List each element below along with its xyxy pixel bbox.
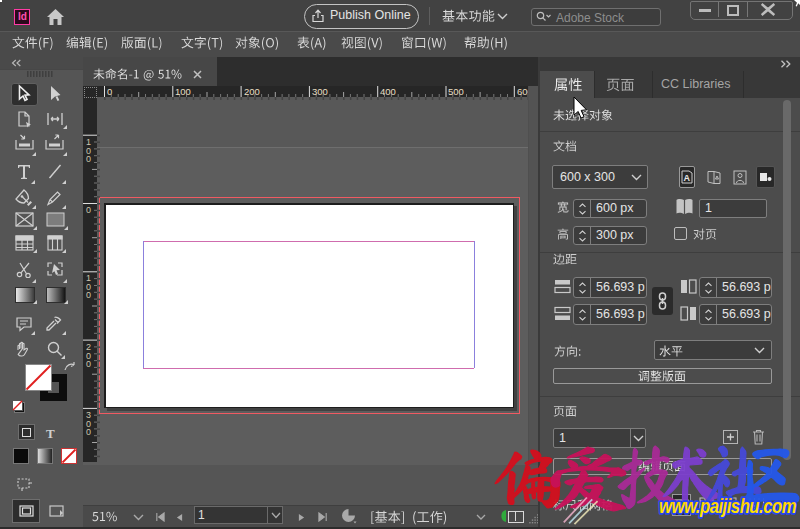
svg-text:www.paijishu.com: www.paijishu.com [659,495,796,517]
